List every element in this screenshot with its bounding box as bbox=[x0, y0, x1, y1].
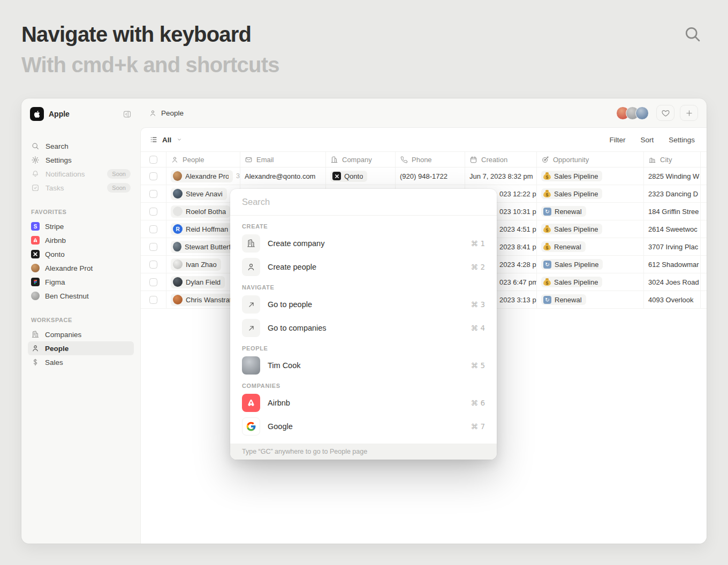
palette-item-tim-cook[interactable]: Tim Cook ⌘ 5 bbox=[236, 354, 491, 377]
sort-button[interactable]: Sort bbox=[640, 136, 654, 144]
favorite-button[interactable] bbox=[656, 105, 674, 121]
opportunity-cell: Sales Pipeline bbox=[537, 220, 644, 238]
avatar bbox=[31, 292, 40, 300]
comment-count[interactable]: 3 bbox=[236, 172, 240, 180]
opportunity-cell: Sales Pipeline bbox=[537, 167, 644, 185]
palette-item-google[interactable]: Google ⌘ 7 bbox=[236, 415, 491, 438]
row-checkbox[interactable] bbox=[149, 172, 157, 180]
qonto-logo bbox=[332, 172, 341, 180]
company-chip[interactable]: Qonto bbox=[330, 171, 367, 182]
column-city[interactable]: City bbox=[644, 152, 701, 167]
opportunity-chip[interactable]: Renewal bbox=[541, 294, 586, 305]
collapse-sidebar-icon[interactable] bbox=[123, 110, 132, 119]
opportunity-cell: Renewal bbox=[537, 203, 644, 220]
sidebar-item-companies[interactable]: Companies bbox=[28, 327, 134, 341]
opportunity-chip[interactable]: Renewal bbox=[541, 206, 586, 217]
person-chip[interactable]: Ivan Zhao bbox=[171, 258, 221, 271]
palette-item-create-people[interactable]: Create people ⌘ 2 bbox=[236, 255, 491, 279]
soon-badge: Soon bbox=[107, 183, 131, 193]
city-cell[interactable]: 3024 Joes Road bbox=[644, 273, 701, 291]
row-checkbox[interactable] bbox=[149, 190, 157, 198]
workspace-switcher[interactable]: Apple bbox=[28, 106, 134, 121]
column-company[interactable]: Company bbox=[326, 152, 396, 167]
row-checkbox[interactable] bbox=[149, 208, 157, 216]
palette-item-create-company[interactable]: Create company ⌘ 1 bbox=[236, 232, 491, 255]
opportunity-chip[interactable]: Sales Pipeline bbox=[541, 259, 603, 270]
favorite-airbnb[interactable]: Airbnb bbox=[28, 233, 134, 247]
avatar bbox=[31, 264, 40, 272]
row-checkbox[interactable] bbox=[149, 278, 157, 286]
opportunity-chip[interactable]: Sales Pipeline bbox=[541, 277, 602, 287]
avatar bbox=[173, 295, 183, 304]
column-phone[interactable]: Phone bbox=[396, 152, 465, 167]
row-checkbox[interactable] bbox=[149, 225, 157, 233]
opportunity-cell: Sales Pipeline bbox=[537, 256, 644, 273]
city-cell[interactable]: 2323 Dancing D bbox=[644, 185, 701, 202]
email-cell[interactable]: Alexandre@qonto.com bbox=[240, 167, 326, 185]
city-cell[interactable]: 4093 Overlook bbox=[644, 291, 701, 308]
person-chip[interactable]: Steve Anavi bbox=[171, 188, 227, 200]
opportunity-cell: Sales Pipeline bbox=[537, 185, 644, 202]
stripe-logo: S bbox=[31, 222, 40, 231]
search-icon[interactable] bbox=[683, 25, 702, 44]
opportunity-chip[interactable]: Sales Pipeline bbox=[541, 188, 602, 199]
opportunity-chip[interactable]: Sales Pipeline bbox=[541, 224, 602, 234]
city-cell[interactable]: 2825 Winding W bbox=[644, 167, 701, 185]
favorite-alexandre-prot[interactable]: Alexandre Prot bbox=[28, 261, 134, 275]
person-chip[interactable]: Alexandre Prot bbox=[171, 170, 233, 182]
select-all-checkbox[interactable] bbox=[149, 156, 157, 164]
city-cell[interactable]: 612 Shadowmar bbox=[644, 256, 701, 273]
column-people[interactable]: People bbox=[166, 152, 240, 167]
person-chip[interactable]: RReid Hoffman bbox=[171, 223, 232, 235]
chevron-down-icon bbox=[176, 136, 183, 143]
favorite-ben-chestnut[interactable]: Ben Chestnut bbox=[28, 289, 134, 303]
sidebar-item-settings[interactable]: Settings bbox=[28, 153, 134, 167]
people-cell: Stewart Butterfield bbox=[166, 238, 240, 255]
sidebar-item-label: Settings bbox=[46, 156, 72, 164]
row-checkbox[interactable] bbox=[149, 243, 157, 251]
city-cell[interactable]: 2614 Sweetwoc bbox=[644, 220, 701, 238]
person-chip[interactable]: Chris Wanstrath bbox=[171, 294, 240, 306]
phone-cell[interactable]: (920) 948-1722 bbox=[396, 167, 465, 185]
person-chip[interactable]: Stewart Butterfield bbox=[171, 241, 240, 253]
favorite-qonto[interactable]: Qonto bbox=[28, 247, 134, 261]
column-opportunity[interactable]: Opportunity bbox=[537, 152, 644, 167]
row-checkbox[interactable] bbox=[149, 261, 157, 269]
settings-button[interactable]: Settings bbox=[669, 136, 695, 144]
target-icon bbox=[541, 156, 549, 164]
command-palette: CREATE Create company ⌘ 1 Create people … bbox=[230, 189, 497, 460]
person-chip[interactable]: Roelof Botha bbox=[171, 205, 230, 218]
palette-item-go-to-companies[interactable]: Go to companies ⌘ 4 bbox=[236, 316, 491, 340]
column-email[interactable]: Email bbox=[240, 152, 326, 167]
sidebar-item-notifications: Notifications Soon bbox=[28, 167, 134, 181]
filter-button[interactable]: Filter bbox=[609, 136, 625, 144]
creation-cell[interactable]: Jun 7, 2023 8:32 pm bbox=[465, 167, 537, 185]
favorite-stripe[interactable]: S Stripe bbox=[28, 219, 134, 233]
people-cell: Chris Wanstrath bbox=[166, 291, 240, 308]
page-breadcrumb: People bbox=[149, 109, 184, 117]
building-icon bbox=[242, 234, 260, 253]
city-cell[interactable]: 184 Griffin Stree bbox=[644, 203, 701, 220]
shortcut-badge: ⌘ 2 bbox=[471, 263, 485, 271]
opportunity-icon bbox=[543, 174, 551, 180]
avatar[interactable] bbox=[635, 106, 649, 120]
column-creation[interactable]: Creation bbox=[465, 152, 537, 167]
calendar-icon bbox=[469, 156, 477, 164]
view-selector[interactable]: All bbox=[149, 135, 183, 144]
palette-item-airbnb[interactable]: Airbnb ⌘ 6 bbox=[236, 391, 491, 415]
palette-item-go-to-people[interactable]: Go to people ⌘ 3 bbox=[236, 293, 491, 316]
palette-search-input[interactable] bbox=[230, 189, 497, 216]
collaborator-avatars[interactable] bbox=[616, 106, 649, 120]
city-cell[interactable]: 3707 Irving Plac bbox=[644, 238, 701, 255]
person-icon bbox=[171, 156, 179, 164]
row-checkbox[interactable] bbox=[149, 296, 157, 304]
favorite-figma[interactable]: Figma bbox=[28, 275, 134, 289]
add-button[interactable] bbox=[680, 105, 698, 121]
sidebar-item-people[interactable]: People bbox=[28, 341, 134, 355]
sidebar-item-search[interactable]: Search bbox=[28, 139, 134, 153]
sidebar-item-sales[interactable]: Sales bbox=[28, 355, 134, 369]
opportunity-chip[interactable]: Sales Pipeline bbox=[541, 171, 602, 181]
person-chip[interactable]: Dylan Field bbox=[171, 276, 225, 288]
opportunity-icon bbox=[543, 192, 551, 197]
opportunity-chip[interactable]: Renewal bbox=[541, 241, 586, 252]
